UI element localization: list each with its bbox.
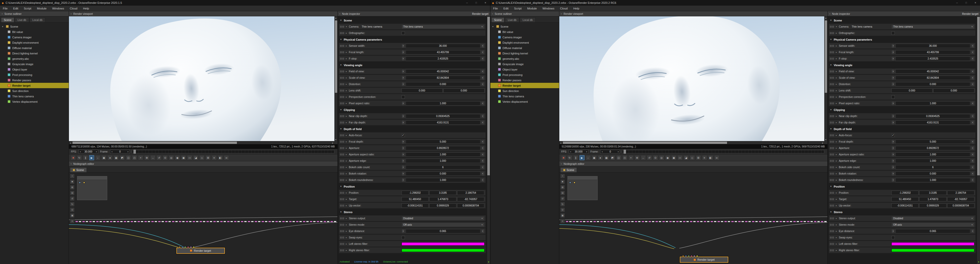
expander-icon[interactable]: ►	[835, 58, 838, 59]
node-pin-icon[interactable]	[185, 246, 186, 248]
expander-icon[interactable]: ►	[835, 179, 838, 181]
title-bar[interactable]: ◆ C:\Users\ALEX\Desktop\test_disp\test_d…	[0, 0, 490, 6]
restart-render-icon[interactable]: ↻	[567, 155, 572, 160]
expander-icon[interactable]: ►	[835, 77, 838, 79]
slider-increment-button[interactable]: ►	[481, 76, 485, 80]
value-input[interactable]: 0.000	[933, 88, 974, 93]
menu-script[interactable]: Script	[511, 6, 524, 11]
increment-icon[interactable]: ►	[127, 151, 130, 153]
slider-decrement-button[interactable]: ◄	[891, 139, 895, 144]
lock-resolution-icon[interactable]: ◫	[126, 155, 131, 160]
restart-render-icon[interactable]: ↻	[77, 155, 82, 160]
value-input[interactable]: 0.000	[401, 88, 443, 93]
tree-item-render-passes[interactable]: Render passes	[490, 77, 559, 83]
tree-item-object-layer[interactable]: Object layer	[0, 67, 69, 72]
section-stereo[interactable]: ▼Stereo	[829, 209, 976, 215]
slider-decrement-button[interactable]: ◄	[891, 120, 895, 125]
slider-value-input[interactable]: 1.000	[406, 178, 480, 182]
expander-icon[interactable]: ►	[345, 83, 348, 85]
node-pin-icon[interactable]	[685, 255, 687, 257]
delete-node-icon[interactable]: ✖	[560, 179, 565, 184]
section-scene[interactable]: ▼Scene	[339, 17, 486, 24]
node-pin-icon[interactable]	[691, 255, 692, 257]
slider-value-input[interactable]: 45.000042	[896, 69, 970, 74]
object-picker-icon[interactable]: ▣	[181, 155, 186, 160]
minimize-button[interactable]: ─	[463, 0, 472, 6]
inspector-target-label[interactable]: Render target	[962, 12, 978, 15]
slider-decrement-button[interactable]: ◄	[891, 146, 895, 150]
network-render-icon[interactable]: ∞	[224, 155, 229, 160]
section-physical-camera-parameters[interactable]: ▼Physical Camera parameters	[829, 36, 976, 43]
slider-value-input[interactable]: 5.000	[406, 139, 480, 144]
undo-icon[interactable]: ↺	[70, 196, 75, 201]
expander-icon[interactable]: ►	[835, 102, 838, 104]
slider-decrement-button[interactable]: ◄	[401, 229, 405, 233]
group-nodes-icon[interactable]: ⊞	[70, 185, 75, 190]
menu-module[interactable]: Module	[34, 6, 49, 11]
expander-icon[interactable]: ►	[345, 115, 348, 117]
copy-image-icon[interactable]: ▣	[101, 155, 107, 160]
fit-to-window-icon[interactable]: ◰	[132, 155, 137, 160]
checkbox[interactable]: ✓	[891, 134, 895, 137]
tree-item-geometry-abc[interactable]: geometry.abc	[0, 56, 69, 61]
outliner-tab-live-db[interactable]: Live db	[15, 18, 29, 22]
slider-increment-button[interactable]: ►	[971, 76, 974, 80]
group-node[interactable]	[77, 176, 107, 200]
slider-decrement-button[interactable]: ◄	[401, 56, 405, 61]
menu-cloud[interactable]: Cloud	[67, 6, 80, 11]
add-node-icon[interactable]: +	[70, 174, 75, 178]
timeline-slider[interactable]	[622, 150, 824, 154]
slider-increment-button[interactable]: ►	[481, 56, 485, 61]
slider-increment-button[interactable]: ►	[481, 159, 485, 163]
slider-increment-button[interactable]: ►	[481, 114, 485, 118]
increment-icon[interactable]: ►	[95, 151, 98, 153]
slider-decrement-button[interactable]: ◄	[401, 159, 405, 163]
checkbox[interactable]	[891, 236, 895, 239]
tree-item-render-passes[interactable]: Render passes	[0, 77, 69, 83]
slider-value-input[interactable]: 0.8928572	[896, 146, 970, 150]
slider-value-input[interactable]: 0.000	[896, 82, 970, 86]
expander-icon[interactable]: ►	[345, 90, 348, 91]
color-swatch[interactable]	[891, 242, 974, 246]
clay-mode-icon[interactable]: ●	[107, 155, 113, 160]
expander-icon[interactable]: ►	[345, 230, 348, 232]
inspector-scrollbar[interactable]: ▼	[977, 16, 980, 264]
slider-decrement-button[interactable]: ◄	[401, 171, 405, 176]
checkbox[interactable]	[891, 32, 895, 35]
slider-increment-button[interactable]: ►	[971, 146, 974, 150]
tree-item-diffuse-material[interactable]: Diffuse material	[0, 45, 69, 51]
scrollbar-thumb[interactable]	[487, 17, 490, 175]
slider-decrement-button[interactable]: ◄	[891, 50, 895, 54]
decrement-icon[interactable]: ◄	[110, 151, 113, 153]
inspector-scrollbar[interactable]: ▼	[487, 16, 490, 264]
value-input[interactable]: 2.186754	[457, 190, 484, 195]
slider-value-input[interactable]: 6	[406, 165, 480, 170]
slider-increment-button[interactable]: ►	[971, 152, 974, 157]
slider-increment-button[interactable]: ►	[481, 69, 485, 74]
slider-increment-button[interactable]: ►	[971, 171, 974, 176]
slider-value-input[interactable]: 4163.9131	[896, 120, 970, 125]
menu-file[interactable]: File	[0, 6, 11, 11]
slider-decrement-button[interactable]: ◄	[401, 120, 405, 125]
recenter-view-icon[interactable]: +	[138, 155, 143, 160]
slider-increment-button[interactable]: ►	[971, 50, 974, 54]
white-balance-picker-icon[interactable]: ◎	[169, 155, 174, 160]
expander-icon[interactable]: ►	[345, 198, 348, 200]
dropdown[interactable]: Thin lens camera▾	[401, 24, 485, 29]
slider-decrement-button[interactable]: ◄	[401, 178, 405, 182]
slider-value-input[interactable]: 6	[896, 165, 970, 170]
menu-edit[interactable]: Edit	[501, 6, 511, 11]
value-input[interactable]: -82.743057	[457, 197, 484, 202]
slider-increment-button[interactable]: ►	[971, 139, 974, 144]
tree-item-camera-imager[interactable]: Camera imager	[490, 35, 559, 40]
center-graph-icon[interactable]: ⊙	[70, 208, 75, 212]
slider-decrement-button[interactable]: ◄	[891, 165, 895, 170]
outliner-tab-live-db[interactable]: Live db	[505, 18, 519, 22]
object-picker-icon[interactable]: ▣	[671, 155, 676, 160]
slider-increment-button[interactable]: ►	[481, 229, 485, 233]
expander-icon[interactable]: ►	[345, 166, 348, 168]
slider-value-input[interactable]: 2.433525	[406, 56, 480, 61]
value-input[interactable]: 51.480450	[401, 197, 429, 202]
expander-icon[interactable]: ►	[835, 243, 838, 245]
camera-settings-icon[interactable]: ≡	[702, 155, 707, 160]
